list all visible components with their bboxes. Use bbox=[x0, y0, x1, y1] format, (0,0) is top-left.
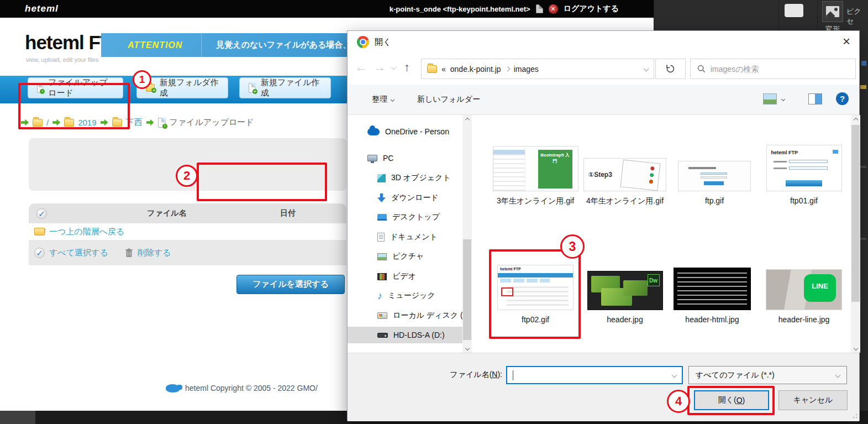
scroll-down-arrow[interactable] bbox=[851, 343, 860, 353]
file-item-4nensei[interactable]: ①Step3 4年生オンライン用.gif bbox=[581, 118, 669, 207]
path-separator-chevron[interactable] bbox=[504, 66, 510, 72]
sidebar-item-videos[interactable]: ビデオ bbox=[348, 268, 462, 285]
cancel-button[interactable]: キャンセル bbox=[778, 390, 848, 410]
thumb-art-label: Dw bbox=[648, 274, 660, 286]
search-box[interactable] bbox=[690, 59, 856, 79]
document-icon[interactable] bbox=[536, 4, 543, 13]
preview-pane-button[interactable] bbox=[808, 93, 822, 104]
breadcrumb-root[interactable]: / bbox=[46, 118, 49, 127]
file-item-header-html-jpg[interactable]: header-html.jpg bbox=[668, 237, 756, 326]
file-upload-button[interactable]: ↑ ファイルアップロード bbox=[28, 77, 123, 98]
onedrive-icon bbox=[367, 128, 380, 135]
thumb-art bbox=[789, 166, 828, 170]
address-bar[interactable]: « onde.k-point.jp images bbox=[421, 59, 654, 79]
thumb-art bbox=[774, 161, 787, 163]
thumb-art-label: ①Step3 bbox=[588, 171, 612, 179]
panel-mark bbox=[860, 238, 866, 240]
logout-x-icon[interactable]: ✕ bbox=[549, 4, 558, 14]
help-button[interactable]: ? bbox=[836, 92, 849, 105]
file-item-header-line-jpg[interactable]: LINE header-line.jpg bbox=[760, 237, 848, 326]
file-name: header-line.jpg bbox=[760, 314, 848, 326]
file-name: ftp02.gif bbox=[492, 314, 579, 326]
logout-link[interactable]: ログアウトする bbox=[564, 4, 619, 14]
desktop-icon bbox=[377, 214, 387, 221]
view-thumbnails-button[interactable] bbox=[763, 93, 777, 104]
sidebar-item-hd-lds-a[interactable]: HD-LDS-A (D:) bbox=[348, 327, 462, 343]
file-upload-icon: ↑ bbox=[37, 83, 43, 93]
thumb-art-label: heteml FTP bbox=[500, 267, 521, 271]
select-file-button[interactable]: ファイルを選択する bbox=[236, 275, 345, 294]
address-dropdown-chevron[interactable] bbox=[644, 66, 649, 72]
scrollbar-thumb[interactable] bbox=[463, 239, 471, 340]
sidebar-item-3d-objects[interactable]: 3D オブジェクト bbox=[348, 170, 462, 186]
thumbnail-zone bbox=[678, 118, 751, 191]
file-name: header-html.jpg bbox=[669, 314, 756, 326]
filetype-select[interactable]: すべてのファイル (*.*) bbox=[688, 366, 847, 384]
scroll-down-arrow[interactable] bbox=[462, 343, 472, 353]
select-all-link[interactable]: すべて選択する bbox=[49, 248, 108, 258]
breadcrumb-shimonishi[interactable]: 下西 bbox=[126, 117, 143, 128]
file-item-3nensei[interactable]: Bootstrap5 入門 3年生オンライン用.gif bbox=[491, 118, 580, 207]
dialog-footer: ファイル名(N): すべてのファイル (*.*) 開く(O) キャンセル 4 bbox=[348, 353, 859, 421]
file-thumbnail: heteml FTP bbox=[497, 265, 574, 310]
address-path-2[interactable]: images bbox=[514, 65, 539, 74]
refresh-button[interactable] bbox=[655, 59, 686, 79]
new-file-button[interactable]: + 新規ファイル作成 bbox=[239, 77, 331, 98]
scrollbar-thumb[interactable] bbox=[851, 125, 860, 302]
label-text: ファイル名( bbox=[450, 370, 492, 379]
panel-mark bbox=[860, 166, 866, 168]
sidebar-scrollbar[interactable] bbox=[462, 115, 472, 353]
pictures-icon bbox=[377, 253, 387, 260]
videos-icon bbox=[377, 273, 387, 280]
sidebar-item-downloads[interactable]: ダウンロード bbox=[348, 190, 462, 206]
sidebar-item-local-disk-c[interactable]: ローカル ディスク (C bbox=[348, 307, 462, 324]
scroll-up-arrow[interactable] bbox=[462, 115, 472, 124]
back-button[interactable]: ← bbox=[355, 61, 367, 74]
recent-locations-chevron[interactable] bbox=[391, 65, 397, 70]
view-options-chevron[interactable] bbox=[781, 97, 785, 101]
sidebar-item-onedrive[interactable]: OneDrive - Person bbox=[348, 123, 462, 140]
refresh-icon bbox=[666, 64, 675, 74]
address-path-1[interactable]: onde.k-point.jp bbox=[450, 65, 501, 74]
sidebar-item-pictures[interactable]: ピクチャ bbox=[348, 248, 462, 265]
arrow-icon bbox=[21, 119, 29, 126]
image-panel-icon[interactable] bbox=[822, 1, 843, 22]
open-button[interactable]: 開く(O) bbox=[694, 390, 769, 410]
forward-button[interactable]: → bbox=[374, 61, 386, 74]
select-all-checkbox[interactable]: ✓ bbox=[36, 208, 47, 219]
up-one-level-link[interactable]: 一つ上の階層へ戻る bbox=[49, 227, 124, 237]
delete-link[interactable]: 削除する bbox=[138, 248, 171, 258]
close-icon[interactable]: × bbox=[843, 33, 850, 50]
scroll-up-arrow[interactable] bbox=[851, 115, 860, 124]
filename-input[interactable] bbox=[506, 366, 683, 384]
text-caret bbox=[513, 370, 513, 380]
file-item-ftp-gif[interactable]: ftp.gif bbox=[670, 118, 759, 207]
search-input[interactable] bbox=[711, 65, 849, 74]
file-list-scrollbar[interactable] bbox=[851, 115, 860, 353]
filename-dropdown-chevron[interactable] bbox=[672, 373, 677, 378]
thumbnail-zone: LINE bbox=[766, 237, 842, 310]
sidebar-item-desktop[interactable]: デスクトップ bbox=[348, 209, 462, 226]
file-item-header-jpg[interactable]: Dw header.jpg bbox=[581, 237, 669, 326]
chat-bubble-icon[interactable] bbox=[785, 4, 803, 17]
thumb-art bbox=[789, 160, 828, 163]
sidebar-item-pc[interactable]: PC bbox=[348, 150, 462, 166]
up-button[interactable]: ↑ bbox=[404, 61, 410, 74]
folder-icon bbox=[33, 119, 43, 127]
select-all-icon[interactable]: ✓ bbox=[34, 248, 45, 258]
table-row-up[interactable]: 一つ上の階層へ戻る bbox=[29, 223, 346, 240]
button-label: 新規フォルダ作成 bbox=[160, 77, 219, 98]
sidebar-label: ピクチャ bbox=[392, 252, 424, 261]
file-item-ftp01-gif[interactable]: heteml FTP ftp01.gif bbox=[760, 118, 848, 207]
breadcrumb-2019[interactable]: 2019 bbox=[78, 118, 96, 127]
arrow-icon bbox=[101, 119, 108, 126]
new-folder-menu[interactable]: 新しいフォルダー bbox=[417, 95, 480, 104]
resize-grip[interactable] bbox=[851, 412, 858, 418]
downloads-icon bbox=[377, 193, 386, 202]
dialog-titlebar[interactable]: 開く × bbox=[348, 31, 859, 53]
sidebar-item-documents[interactable]: ドキュメント bbox=[348, 229, 462, 245]
organize-menu[interactable]: 整理 bbox=[372, 95, 394, 104]
music-icon: ♪ bbox=[377, 292, 382, 300]
sidebar-item-music[interactable]: ♪ ミュージック bbox=[348, 287, 462, 304]
local-disk-icon bbox=[377, 312, 387, 319]
